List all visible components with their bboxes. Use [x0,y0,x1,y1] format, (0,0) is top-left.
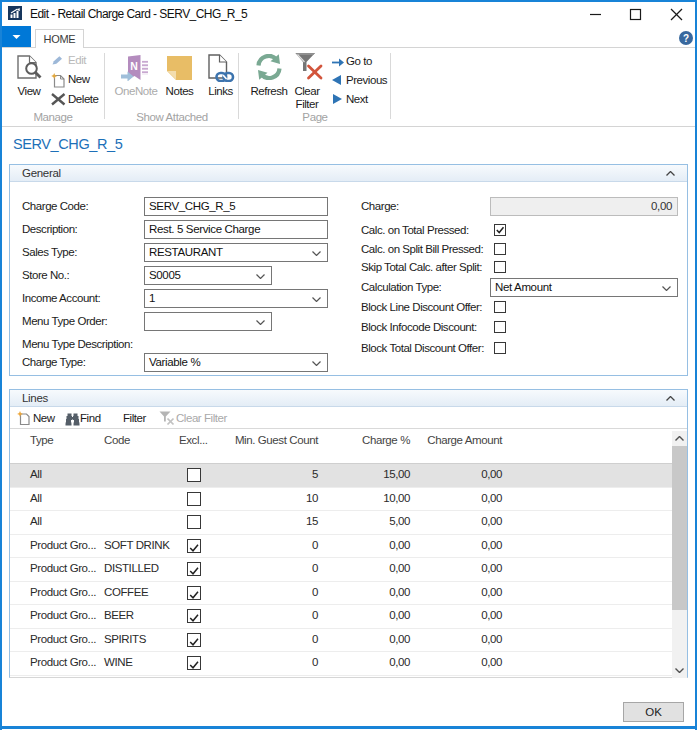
svg-text:N: N [130,60,138,72]
svg-text:?: ? [683,33,689,44]
